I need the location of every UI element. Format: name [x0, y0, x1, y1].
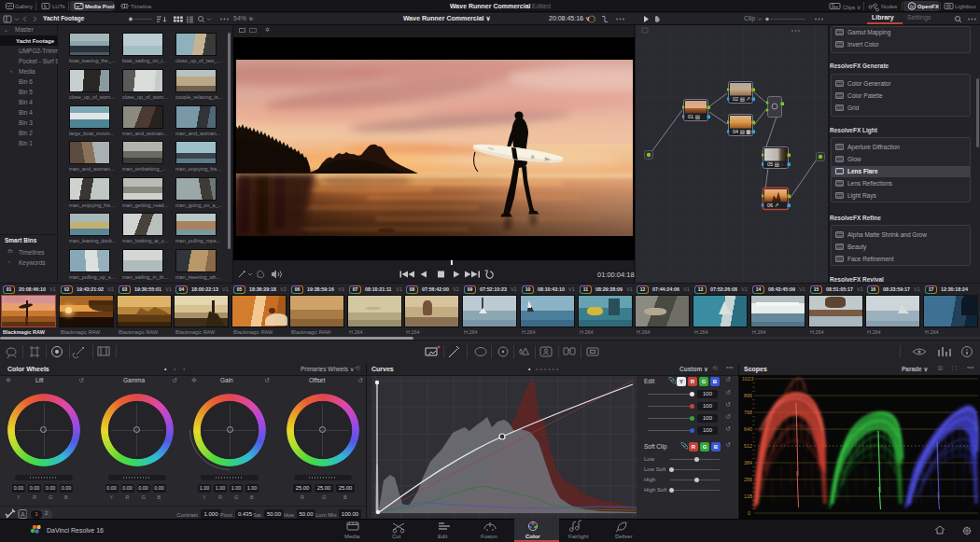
- svg-text:Edit: Edit: [438, 534, 448, 539]
- svg-text:1023: 1023: [742, 376, 753, 382]
- svg-text:0: 0: [748, 510, 750, 516]
- svg-text:Fairlight: Fairlight: [568, 534, 589, 539]
- svg-text:768: 768: [744, 410, 752, 415]
- svg-text:Fusion: Fusion: [481, 534, 497, 539]
- svg-text:DaVinci Resolve 16: DaVinci Resolve 16: [47, 527, 104, 534]
- svg-text:02 ▤ ↗: 02 ▤ ↗: [733, 96, 750, 102]
- svg-text:06 ↗: 06 ↗: [767, 202, 778, 208]
- svg-text:128: 128: [744, 493, 752, 499]
- svg-text:512: 512: [744, 443, 752, 449]
- svg-text:256: 256: [744, 477, 752, 482]
- svg-text:01 ▤: 01 ▤: [688, 114, 700, 119]
- svg-text:384: 384: [744, 460, 752, 466]
- svg-text:A: A: [21, 511, 25, 518]
- svg-text:Color: Color: [525, 534, 540, 539]
- svg-text:Media: Media: [344, 534, 360, 539]
- svg-text:Cut: Cut: [392, 534, 401, 539]
- svg-text:04 ▤ ▩: 04 ▤ ▩: [733, 129, 751, 134]
- svg-text:05 ▤ ◌: 05 ▤ ◌: [767, 161, 784, 167]
- svg-text:fx: fx: [910, 4, 914, 9]
- svg-text:640: 640: [744, 426, 752, 432]
- svg-text:Deliver: Deliver: [615, 534, 633, 539]
- svg-text:896: 896: [744, 393, 752, 398]
